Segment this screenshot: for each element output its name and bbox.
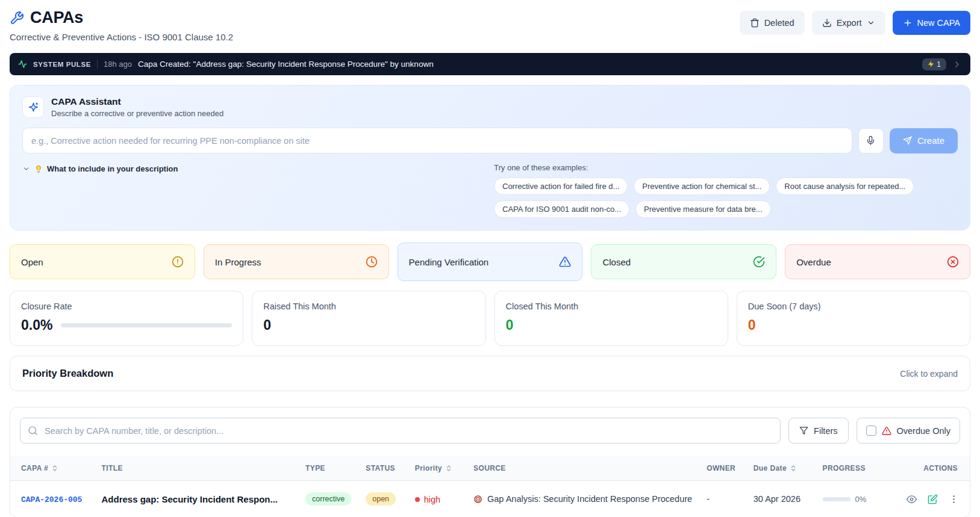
status-card-pending-verification[interactable]: Pending Verification — [398, 243, 583, 281]
search-input[interactable] — [20, 418, 781, 444]
mic-button[interactable] — [858, 128, 884, 153]
column-header-progress: PROGRESS — [816, 456, 898, 481]
chevron-down-icon — [22, 165, 30, 173]
owner-value: - — [707, 494, 710, 504]
priority-breakdown-hint: Click to expand — [900, 369, 958, 379]
raised-this-month-value: 0 — [263, 317, 271, 333]
status-card-open[interactable]: Open — [10, 244, 195, 279]
header-actions: Deleted Export New CAPA — [740, 11, 970, 35]
status-card-label: Overdue — [796, 257, 831, 267]
table-row[interactable]: CAPA-2026-005 Address gap: Security Inci… — [10, 481, 970, 517]
column-header-due-date[interactable]: Due Date — [746, 456, 816, 481]
lightbulb-icon — [34, 165, 43, 173]
status-card-label: In Progress — [215, 257, 261, 267]
column-header-title: TITLE — [94, 456, 298, 481]
alert-circle-icon — [172, 256, 184, 268]
due-date-value: 30 Apr 2026 — [754, 494, 801, 504]
status-cell: open — [358, 481, 408, 517]
title-cell: Address gap: Security Incident Respon... — [94, 481, 298, 517]
status-badge: open — [366, 492, 396, 506]
examples-section: Try one of these examples: Corrective ac… — [494, 163, 958, 218]
actions-cell — [898, 481, 970, 517]
deleted-button[interactable]: Deleted — [740, 11, 805, 35]
example-chip[interactable]: Root cause analysis for repeated... — [776, 178, 914, 195]
view-button[interactable] — [905, 493, 918, 506]
column-header-type: TYPE — [298, 456, 358, 481]
chevron-down-icon — [867, 19, 875, 27]
source-label: Gap Analysis: Security Incident Response… — [487, 494, 692, 504]
filters-button-label: Filters — [814, 426, 837, 436]
progress-cell: 0% — [816, 481, 898, 517]
sort-icon — [445, 465, 452, 472]
stat-label: Raised This Month — [263, 302, 474, 311]
closure-rate-value: 0.0% — [21, 317, 52, 333]
activity-icon — [18, 60, 27, 69]
example-chip[interactable]: Corrective action for failed fire d... — [494, 178, 628, 195]
column-header-owner: OWNER — [699, 456, 746, 481]
export-button-label: Export — [837, 18, 862, 28]
capa-table-card: Filters Overdue Only CAPA # TITLE TYPE S… — [10, 407, 970, 517]
edit-button[interactable] — [926, 493, 939, 506]
status-card-closed[interactable]: Closed — [591, 244, 776, 279]
deleted-button-label: Deleted — [764, 18, 794, 28]
page-title: CAPAs — [30, 8, 83, 27]
closure-rate-card: Closure Rate 0.0% — [10, 291, 243, 346]
assistant-title: CAPA Assistant — [51, 96, 223, 107]
overdue-only-checkbox[interactable] — [866, 426, 876, 436]
check-circle-icon — [753, 256, 765, 268]
column-header-capa-number[interactable]: CAPA # — [10, 456, 94, 481]
priority-breakdown-panel[interactable]: Priority Breakdown Click to expand — [10, 356, 970, 391]
status-card-overdue[interactable]: Overdue — [785, 244, 970, 279]
due-soon-card: Due Soon (7 days) 0 — [737, 291, 970, 346]
x-circle-icon — [947, 256, 959, 268]
overdue-only-toggle[interactable]: Overdue Only — [857, 418, 960, 444]
create-button-label: Create — [917, 135, 944, 146]
example-chip[interactable]: CAPA for ISO 9001 audit non-co... — [494, 200, 629, 218]
closed-this-month-card: Closed This Month 0 — [495, 291, 728, 346]
more-actions-button[interactable] — [947, 493, 960, 506]
type-badge: corrective — [305, 492, 351, 506]
closed-this-month-value: 0 — [506, 317, 514, 333]
capa-title: Address gap: Security Incident Respon... — [101, 494, 278, 504]
filters-button[interactable]: Filters — [788, 418, 848, 444]
column-header-priority[interactable]: Priority — [408, 456, 466, 481]
page-subtitle: Corrective & Preventive Actions - ISO 90… — [10, 32, 233, 42]
target-icon — [473, 495, 482, 504]
due-soon-value: 0 — [748, 317, 756, 333]
sparkles-icon — [22, 96, 44, 118]
owner-cell: - — [699, 481, 746, 517]
export-button[interactable]: Export — [812, 11, 885, 35]
description-help-toggle[interactable]: What to include in your description — [22, 163, 178, 173]
chevron-right-icon[interactable] — [952, 60, 962, 69]
download-icon — [822, 18, 832, 28]
header-left: CAPAs Corrective & Preventive Actions - … — [10, 8, 233, 42]
column-header-actions: ACTIONS — [898, 456, 970, 481]
kpi-cards: Closure Rate 0.0% Raised This Month 0 Cl… — [10, 291, 970, 346]
priority-label: high — [424, 495, 440, 504]
trash-icon — [750, 18, 760, 28]
create-button[interactable]: Create — [890, 128, 958, 153]
new-capa-button[interactable]: New CAPA — [893, 11, 970, 35]
assistant-input[interactable] — [22, 128, 852, 153]
example-chip[interactable]: Preventive measure for data bre... — [635, 200, 771, 218]
priority-cell: high — [408, 481, 466, 517]
new-capa-button-label: New CAPA — [917, 18, 960, 28]
page-header: CAPAs Corrective & Preventive Actions - … — [10, 6, 970, 42]
overdue-only-label: Overdue Only — [897, 426, 950, 436]
capa-number-link[interactable]: CAPA-2026-005 — [21, 495, 82, 504]
column-header-source: SOURCE — [466, 456, 699, 481]
sort-icon — [51, 465, 58, 472]
status-card-in-progress[interactable]: In Progress — [204, 244, 389, 279]
pulse-timestamp: 18h ago — [104, 60, 132, 69]
type-cell: corrective — [298, 481, 358, 517]
raised-this-month-card: Raised This Month 0 — [252, 291, 485, 346]
filter-icon — [799, 426, 808, 435]
capa-table: CAPA # TITLE TYPE STATUS Priority SOURCE… — [10, 456, 970, 517]
sort-icon — [790, 465, 797, 472]
example-chip[interactable]: Preventive action for chemical st... — [634, 178, 770, 195]
pulse-event-count: 1 — [937, 60, 941, 69]
search-icon — [28, 426, 38, 436]
divider — [97, 60, 98, 69]
status-card-label: Pending Verification — [409, 257, 489, 267]
system-pulse-bar[interactable]: SYSTEM PULSE 18h ago Capa Created: "Addr… — [10, 53, 970, 75]
